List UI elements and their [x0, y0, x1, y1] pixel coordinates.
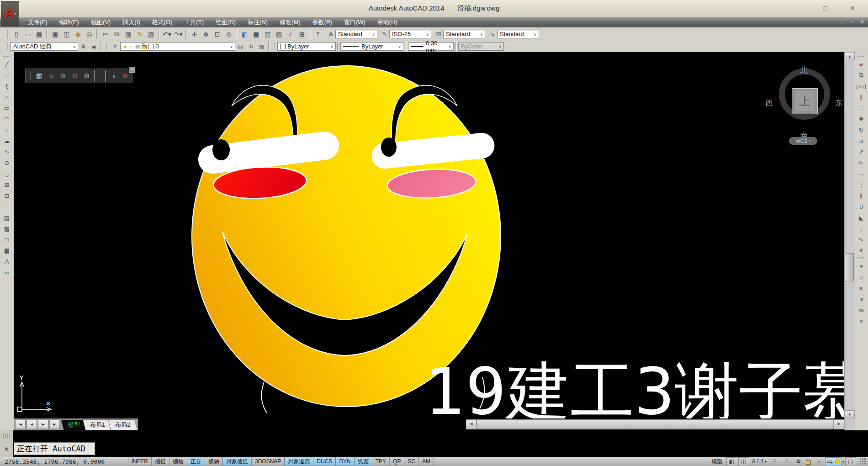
make-object-layer-current-icon[interactable]: ▤	[235, 42, 246, 51]
blend-curves-icon[interactable]: ∿	[855, 234, 867, 245]
toolbar-grip[interactable]	[6, 42, 9, 50]
toggle-3dosnap[interactable]: 3DOSNAP	[251, 457, 284, 466]
hatch-icon[interactable]: ▨	[1, 212, 13, 223]
workspace-switching-gear-icon[interactable]: ⚙	[793, 457, 804, 466]
chamfer-icon[interactable]: ◣	[855, 212, 867, 223]
menu-dimension[interactable]: 标注(N)	[242, 17, 274, 27]
save-icon[interactable]: ▤	[33, 28, 45, 40]
no-sphere-icon[interactable]: ⊘	[81, 70, 93, 82]
construction-line-icon[interactable]: ⋰	[1, 69, 13, 80]
toolbar-button[interactable]	[158, 29, 160, 39]
scroll-left-icon[interactable]: ◀	[466, 420, 476, 429]
rotate-icon[interactable]: ↻	[855, 124, 867, 135]
zoom-window-icon[interactable]: ⊡	[212, 28, 223, 40]
viewcube-top-face[interactable]: 上	[792, 88, 818, 114]
spline-icon[interactable]: ∿	[1, 146, 13, 157]
toolbar-button[interactable]	[185, 29, 187, 39]
viewcube-west[interactable]: 西	[765, 98, 773, 108]
bring-above-icon[interactable]: ◧	[855, 283, 867, 294]
text-to-front-icon[interactable]: ABC	[855, 305, 867, 316]
quickview-drawings-icon[interactable]: ◫	[738, 457, 749, 466]
match-properties-icon[interactable]: ✎	[134, 28, 145, 40]
quickview-layouts-icon[interactable]: ◧	[726, 457, 737, 466]
resize-grip-icon[interactable]	[860, 458, 866, 465]
style-select[interactable]: ISO-25 ∨	[389, 30, 431, 38]
command-line-text[interactable]: 正在打开 AutoCAD	[14, 442, 95, 455]
menu-tools[interactable]: 工具(T)	[178, 17, 210, 27]
gradient-icon[interactable]: ▩	[1, 223, 13, 234]
autocad-logo-button[interactable]: A ▾	[1, 1, 19, 26]
toggle-infer[interactable]: INFER	[128, 457, 151, 466]
doc-minimize-button[interactable]: –	[838, 18, 846, 26]
style-select[interactable]: Standard ∨	[497, 30, 539, 38]
vertical-scroll-thumb[interactable]	[845, 253, 854, 281]
zoom-realtime-icon[interactable]: ⊕	[200, 28, 212, 40]
plot-preview-icon[interactable]: ◫	[61, 28, 72, 40]
break-icon[interactable]: ∦	[855, 190, 867, 201]
layer-states-icon[interactable]: ▧	[256, 42, 267, 51]
paste-icon[interactable]: ▥	[122, 28, 134, 40]
circle-icon[interactable]: ○	[1, 124, 13, 135]
polygon-icon[interactable]: ⌂	[1, 91, 13, 102]
block-editor-icon[interactable]: ▧	[145, 28, 157, 40]
scroll-down-icon[interactable]: ▼	[845, 410, 855, 418]
line-icon[interactable]: ╱	[1, 58, 13, 69]
scroll-up-icon[interactable]: ▲	[845, 52, 855, 60]
layer-select[interactable]: ● ☼ ▤ 0 ∨	[120, 42, 235, 51]
workspace-select[interactable]: AutoCAD 经典 ∨	[11, 42, 78, 51]
tab-prev-button[interactable]: ◀	[26, 419, 37, 429]
rectangle-icon[interactable]: ▭	[1, 102, 13, 113]
menu-file[interactable]: 文件(F)	[22, 17, 53, 27]
command-window[interactable]: ✕ 正在打开 AutoCAD	[0, 430, 868, 457]
point-icon[interactable]: ·	[1, 201, 13, 212]
pan-icon[interactable]: ✛	[189, 28, 200, 40]
toolbar-grip[interactable]	[273, 42, 275, 50]
command-window-grip[interactable]: ✕	[0, 430, 13, 457]
menu-edit[interactable]: 编辑(E)	[53, 17, 85, 27]
toggle-am[interactable]: AM	[418, 457, 434, 466]
sheet-set-manager-icon[interactable]: ▨	[273, 28, 285, 40]
menu-format[interactable]: 格式(O)	[146, 17, 179, 27]
toolbar-grip[interactable]	[106, 42, 108, 50]
tab-layout2[interactable]: 布局2	[108, 419, 138, 430]
toolbar-button[interactable]	[236, 29, 238, 39]
minimize-button[interactable]: –	[788, 3, 808, 14]
toolbar-grip[interactable]	[857, 257, 865, 259]
toggle-sc[interactable]: SC	[404, 457, 418, 466]
menu-parametric[interactable]: 参数(P)	[307, 17, 338, 27]
vertical-scrollbar[interactable]: ▲ ▼	[844, 52, 855, 418]
toggle-ortho[interactable]: 正交	[187, 457, 205, 466]
mirror-icon[interactable]: ▷◁	[855, 80, 867, 91]
table-icon[interactable]: ▦	[1, 245, 13, 256]
copy-icon[interactable]: ⧉	[111, 28, 122, 40]
toggle-snap[interactable]: 捕捉	[151, 457, 169, 466]
arc-icon[interactable]: ◠	[1, 113, 13, 124]
ellipse-arc-icon[interactable]: ◡	[1, 168, 13, 179]
sphere-icon[interactable]: ○	[45, 70, 57, 82]
properties-icon[interactable]: ◧	[239, 28, 250, 40]
tab-last-button[interactable]: ▶|	[49, 419, 60, 429]
viewcube-north[interactable]: 北	[800, 65, 808, 75]
designcenter-icon[interactable]: ▦	[250, 28, 262, 40]
make-block-icon[interactable]: ⊡	[1, 190, 13, 201]
send-to-back-icon[interactable]: ▢	[855, 272, 867, 283]
clean-screen-icon[interactable]: ▢	[845, 457, 856, 466]
send-under-icon[interactable]: ◨	[855, 294, 867, 305]
annotation-scale-button[interactable]: Λ 1:1 ▾	[750, 458, 769, 466]
region-icon[interactable]: ◻	[1, 234, 13, 245]
layer-properties-button[interactable]: ≡	[110, 42, 120, 51]
new-file-icon[interactable]: ▯	[11, 28, 22, 40]
cut-icon[interactable]: ✂	[100, 28, 111, 40]
toolbar-button[interactable]	[96, 29, 98, 39]
multiline-text-icon[interactable]: A	[1, 256, 13, 267]
viewcube-east[interactable]: 东	[835, 98, 843, 108]
annotation-autoscale-icon[interactable]: Λ	[781, 457, 792, 466]
undo-icon[interactable]: ↶▾	[161, 28, 173, 40]
copy-icon[interactable]: ⧉	[855, 69, 867, 80]
remove-sphere-icon[interactable]: ⊖	[69, 70, 81, 82]
toolbar-grip[interactable]	[3, 54, 11, 57]
polyline-icon[interactable]: ξ	[1, 80, 13, 91]
style-select[interactable]: Standard ∨	[443, 30, 485, 38]
erase-icon[interactable]: ▰	[855, 58, 867, 69]
toggle-osnap[interactable]: 对象捕捉	[222, 457, 251, 466]
